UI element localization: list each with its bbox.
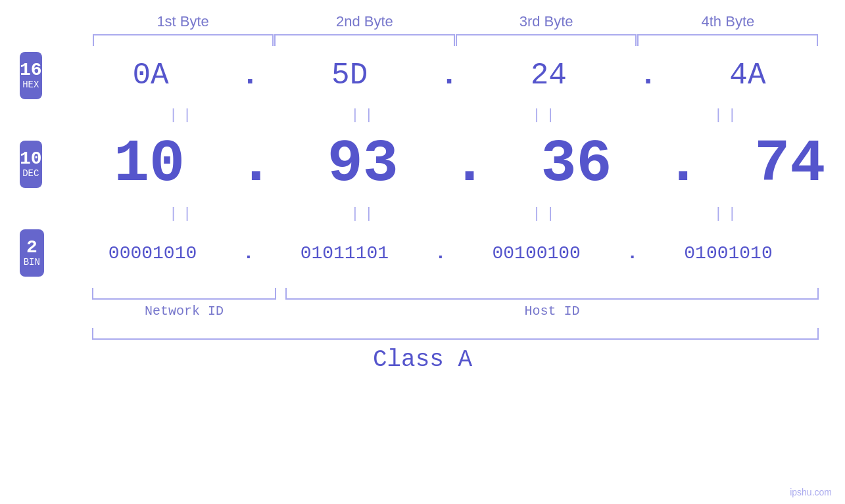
bottom-brackets xyxy=(92,288,845,300)
bin-base-name: BIN xyxy=(24,257,40,267)
equals-row-2: || || || || xyxy=(92,204,845,223)
network-id-label: Network ID xyxy=(92,304,276,319)
equals-2-3: || xyxy=(456,206,637,222)
top-bracket-3 xyxy=(456,34,637,46)
byte1-header: 1st Byte xyxy=(93,13,274,30)
equals-1-1: || xyxy=(93,107,274,124)
equals-1-2: || xyxy=(274,107,455,124)
bracket-labels: Network ID Host ID xyxy=(92,304,845,319)
bin-base-num: 2 xyxy=(26,239,37,257)
dec-val-4: 74 xyxy=(701,131,845,198)
hex-dot-1: . xyxy=(241,58,260,93)
hex-val-3: 24 xyxy=(458,58,639,93)
host-id-label: Host ID xyxy=(285,304,819,319)
hex-val-4: 4A xyxy=(657,58,838,93)
bracket-gap xyxy=(276,288,285,300)
dec-dot-2: . xyxy=(452,131,487,198)
dec-val-1: 10 xyxy=(60,131,239,198)
dec-row: 10 DEC 10 . 93 . 36 . 74 xyxy=(0,125,845,204)
hex-val-1: 0A xyxy=(60,58,241,93)
top-bracket-2 xyxy=(274,34,455,46)
equals-2-4: || xyxy=(637,206,818,222)
class-section: Class A xyxy=(0,328,845,373)
bin-val-2: 01011101 xyxy=(254,243,435,263)
bin-val-3: 00100100 xyxy=(446,243,627,263)
dec-base-name: DEC xyxy=(22,168,39,179)
byte4-header: 4th Byte xyxy=(637,13,818,30)
bin-label: 2 BIN xyxy=(20,229,44,277)
equals-row-1: || || || || xyxy=(92,105,845,125)
dec-val-2: 93 xyxy=(274,131,452,198)
main-container: 1st Byte 2nd Byte 3rd Byte 4th Byte 16 H… xyxy=(0,0,845,504)
host-bracket xyxy=(285,288,819,300)
hex-row: 16 HEX 0A . 5D . 24 . 4A xyxy=(0,46,845,105)
equals-1-3: || xyxy=(456,107,637,124)
class-label: Class A xyxy=(0,346,845,373)
dec-base-num: 10 xyxy=(20,150,42,168)
hex-base-name: HEX xyxy=(22,80,39,90)
hex-val-2: 5D xyxy=(259,58,440,93)
bin-val-1: 00001010 xyxy=(62,243,243,263)
dec-val-3: 36 xyxy=(487,131,665,198)
class-bracket xyxy=(92,328,819,340)
hex-dot-3: . xyxy=(639,58,658,93)
dec-dot-3: . xyxy=(665,131,701,198)
bin-row: 2 BIN 00001010 . 01011101 . 00100100 . 0… xyxy=(0,223,845,283)
byte3-header: 3rd Byte xyxy=(456,13,637,30)
equals-2-2: || xyxy=(274,206,455,222)
bin-dot-3: . xyxy=(627,243,638,263)
bin-val-4: 01001010 xyxy=(638,243,819,263)
bottom-section: Network ID Host ID xyxy=(0,288,845,319)
dec-label: 10 DEC xyxy=(20,141,42,188)
top-bracket-1 xyxy=(93,34,274,46)
top-brackets xyxy=(92,34,845,46)
watermark: ipshu.com xyxy=(790,487,832,497)
dec-dot-1: . xyxy=(238,131,274,198)
bin-dot-1: . xyxy=(243,243,254,263)
byte2-header: 2nd Byte xyxy=(274,13,455,30)
equals-2-1: || xyxy=(93,206,274,222)
bracket-gap2 xyxy=(276,304,285,319)
dec-values: 10 . 93 . 36 . 74 xyxy=(60,131,845,198)
network-bracket xyxy=(92,288,276,300)
bin-dot-2: . xyxy=(435,243,446,263)
bin-values: 00001010 . 01011101 . 00100100 . 0100101… xyxy=(62,243,845,263)
byte-headers: 1st Byte 2nd Byte 3rd Byte 4th Byte xyxy=(92,13,845,30)
hex-values: 0A . 5D . 24 . 4A xyxy=(60,58,845,93)
hex-dot-2: . xyxy=(440,58,458,93)
top-bracket-4 xyxy=(637,34,818,46)
hex-label: 16 HEX xyxy=(20,52,42,99)
equals-1-4: || xyxy=(637,107,818,124)
hex-base-num: 16 xyxy=(20,61,42,80)
